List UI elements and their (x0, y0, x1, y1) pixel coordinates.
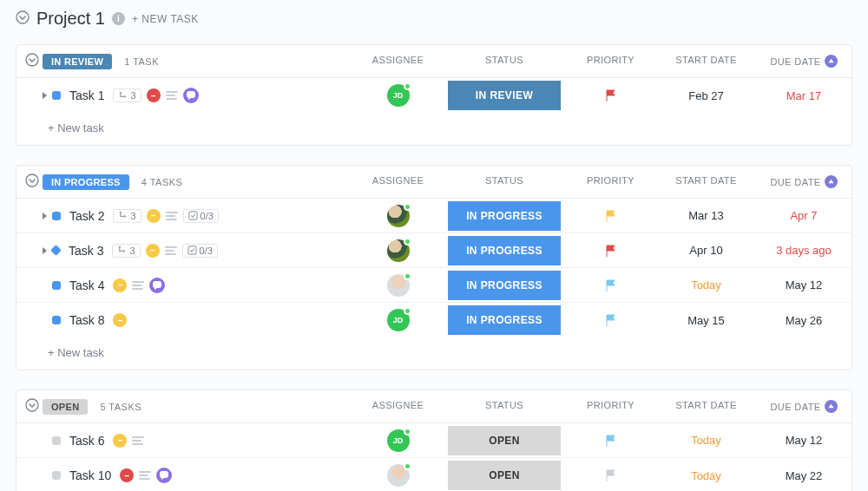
description-icon[interactable] (132, 281, 144, 290)
status-cell[interactable]: IN PROGRESS (444, 201, 565, 231)
start-date-cell[interactable]: Today (656, 434, 756, 447)
priority-cell[interactable] (565, 244, 656, 258)
subtask-count-chip[interactable]: 3 (112, 244, 140, 258)
new-task-row-button[interactable]: + New task (16, 337, 852, 370)
new-task-row-button[interactable]: + New task (16, 113, 852, 145)
priority-circle-icon[interactable]: – (146, 244, 160, 258)
status-block[interactable]: IN PROGRESS (448, 236, 561, 265)
assignee-cell[interactable] (352, 239, 444, 262)
task-status-dot[interactable] (52, 281, 61, 290)
sort-asc-icon[interactable] (825, 55, 838, 68)
status-cell[interactable]: OPEN (444, 461, 565, 490)
task-status-dot[interactable] (52, 471, 61, 480)
due-date-cell[interactable]: May 12 (756, 278, 852, 291)
task-status-dot[interactable] (52, 436, 61, 445)
status-block[interactable]: OPEN (448, 426, 561, 455)
task-name[interactable]: Task 1 (69, 88, 104, 102)
assignee-avatar[interactable] (387, 205, 410, 227)
task-row[interactable]: Task 3 3 – 0/3 IN PROGRESS (16, 233, 852, 268)
priority-circle-icon[interactable]: – (147, 209, 161, 223)
task-row[interactable]: Task 10 – OPEN Today May 22 (16, 458, 852, 491)
col-assignee[interactable]: ASSIGNEE (352, 400, 444, 413)
start-date-cell[interactable]: Apr 10 (656, 244, 756, 257)
task-row[interactable]: Task 2 3 – 0/3 IN PROGRESS (16, 199, 852, 233)
assignee-avatar[interactable]: JD (387, 84, 410, 107)
priority-circle-icon[interactable]: – (147, 88, 161, 102)
checklist-chip[interactable]: 0/3 (183, 209, 219, 223)
comment-icon[interactable] (149, 278, 165, 293)
assignee-cell[interactable]: JD (352, 429, 444, 452)
description-icon[interactable] (165, 246, 177, 255)
assignee-avatar[interactable]: JD (387, 309, 410, 331)
task-status-dot[interactable] (52, 212, 61, 220)
assignee-cell[interactable] (352, 205, 444, 227)
priority-cell[interactable] (565, 278, 656, 292)
task-row[interactable]: Task 4 – IN PROGRESS Today (16, 268, 852, 303)
project-title[interactable]: Project 1 (36, 9, 105, 29)
assignee-cell[interactable]: JD (352, 309, 444, 331)
col-status[interactable]: STATUS (444, 175, 565, 188)
task-name[interactable]: Task 6 (69, 434, 104, 448)
due-date-cell[interactable]: May 26 (756, 314, 852, 327)
due-date-cell[interactable]: Mar 17 (756, 89, 852, 102)
sort-asc-icon[interactable] (825, 400, 838, 413)
priority-flag-icon[interactable] (604, 313, 618, 327)
description-icon[interactable] (166, 212, 178, 220)
status-block[interactable]: IN PROGRESS (448, 201, 561, 231)
status-block[interactable]: IN PROGRESS (448, 271, 561, 300)
col-priority[interactable]: PRIORITY (565, 55, 656, 68)
priority-flag-icon[interactable] (604, 434, 618, 448)
group-status-pill[interactable]: IN REVIEW (43, 54, 112, 69)
expand-icon[interactable] (43, 247, 47, 254)
priority-cell[interactable] (565, 88, 656, 102)
task-name[interactable]: Task 4 (69, 278, 104, 292)
col-start-date[interactable]: START DATE (656, 400, 756, 413)
priority-flag-icon[interactable] (604, 278, 618, 292)
col-start-date[interactable]: START DATE (656, 55, 756, 68)
info-icon[interactable]: i (112, 12, 125, 25)
status-cell[interactable]: IN PROGRESS (444, 305, 565, 335)
col-status[interactable]: STATUS (444, 55, 565, 68)
start-date-cell[interactable]: Today (656, 278, 756, 291)
group-status-pill[interactable]: OPEN (43, 399, 88, 415)
priority-circle-icon[interactable]: – (113, 278, 127, 292)
due-date-cell[interactable]: May 12 (756, 434, 852, 447)
priority-cell[interactable] (565, 209, 656, 223)
start-date-cell[interactable]: May 15 (656, 314, 756, 327)
assignee-cell[interactable] (352, 464, 444, 487)
priority-cell[interactable] (565, 468, 656, 482)
task-name[interactable]: Task 3 (69, 244, 103, 258)
task-name[interactable]: Task 10 (69, 468, 111, 482)
priority-flag-icon[interactable] (604, 88, 618, 102)
status-cell[interactable]: IN PROGRESS (444, 271, 565, 300)
priority-flag-icon[interactable] (604, 209, 618, 223)
group-collapse-icon[interactable] (22, 53, 43, 69)
priority-circle-icon[interactable]: – (113, 434, 127, 448)
task-name[interactable]: Task 2 (69, 209, 104, 223)
col-due-date[interactable]: DUE DATE (756, 55, 852, 68)
priority-cell[interactable] (565, 434, 656, 448)
due-date-cell[interactable]: 3 days ago (756, 244, 852, 257)
status-block[interactable]: IN REVIEW (448, 81, 561, 110)
subtask-count-chip[interactable]: 3 (113, 88, 141, 102)
task-row[interactable]: Task 1 3 – JD IN REVIEW (16, 78, 852, 113)
col-due-date[interactable]: DUE DATE (756, 400, 852, 413)
col-priority[interactable]: PRIORITY (565, 400, 656, 413)
assignee-avatar[interactable] (387, 239, 410, 262)
status-cell[interactable]: IN REVIEW (444, 81, 565, 110)
col-assignee[interactable]: ASSIGNEE (352, 55, 444, 68)
comment-icon[interactable] (156, 468, 172, 483)
priority-flag-icon[interactable] (604, 468, 618, 482)
project-collapse-icon[interactable] (16, 10, 30, 27)
expand-icon[interactable] (43, 92, 47, 99)
task-status-dot[interactable] (52, 316, 61, 324)
new-task-top-button[interactable]: + NEW TASK (132, 13, 199, 25)
subtask-count-chip[interactable]: 3 (113, 209, 141, 223)
description-icon[interactable] (166, 91, 178, 100)
status-cell[interactable]: OPEN (444, 426, 565, 455)
task-status-dot[interactable] (50, 245, 62, 256)
task-row[interactable]: Task 6 – JD OPEN Today May 12 (16, 423, 852, 458)
assignee-avatar[interactable] (387, 464, 410, 487)
col-status[interactable]: STATUS (444, 400, 565, 413)
due-date-cell[interactable]: Apr 7 (756, 209, 852, 222)
